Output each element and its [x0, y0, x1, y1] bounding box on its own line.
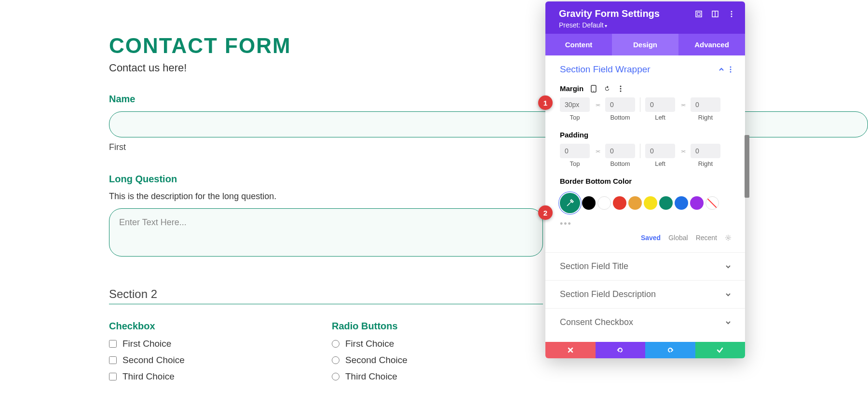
link-icon[interactable]: ⫘	[594, 102, 601, 108]
radio-input[interactable]	[332, 340, 339, 348]
choice-text: First Choice	[345, 339, 394, 349]
cancel-button[interactable]	[545, 342, 596, 358]
panel-header: Gravity Form Settings Preset: Default	[545, 1, 745, 34]
padding-right-input[interactable]	[691, 144, 720, 158]
spacing-right-label: Right	[691, 114, 720, 121]
radio-input[interactable]	[332, 356, 339, 364]
eyedropper-icon	[566, 199, 574, 207]
section-field-description[interactable]: Section Field Description	[545, 280, 745, 308]
svg-point-12	[620, 85, 622, 87]
tab-content[interactable]: Content	[545, 34, 612, 55]
color-swatch[interactable]	[582, 196, 596, 210]
columns-icon[interactable]	[711, 10, 719, 18]
checkbox-item[interactable]: Third Choice	[109, 371, 320, 382]
more-icon[interactable]	[730, 66, 732, 73]
expand-icon[interactable]	[695, 10, 703, 18]
more-icon[interactable]	[617, 85, 624, 92]
save-button[interactable]	[695, 342, 746, 358]
reset-icon[interactable]	[604, 85, 610, 92]
radio-label: Radio Buttons	[332, 321, 543, 332]
choice-text: Second Choice	[122, 355, 185, 366]
svg-point-9	[730, 71, 732, 73]
checkbox-item[interactable]: First Choice	[109, 339, 320, 349]
section-open-title[interactable]: Section Field Wrapper	[560, 64, 651, 75]
chevron-down-icon	[725, 319, 732, 326]
spacing-top-label: Top	[560, 160, 590, 167]
color-tab-saved[interactable]: Saved	[641, 234, 661, 242]
check-icon	[716, 346, 724, 354]
color-swatch[interactable]	[628, 196, 642, 210]
preset-dropdown[interactable]: Preset: Default	[559, 21, 735, 29]
margin-bottom-input[interactable]	[605, 97, 635, 112]
panel-footer	[545, 342, 745, 358]
panel-tabs: Content Design Advanced	[545, 34, 745, 55]
spacing-top-label: Top	[560, 114, 590, 121]
color-swatch[interactable]	[675, 196, 688, 210]
spacing-bottom-label: Bottom	[605, 114, 635, 121]
checkbox-item[interactable]: Second Choice	[109, 355, 320, 366]
undo-button[interactable]	[596, 342, 646, 358]
more-icon[interactable]	[728, 10, 735, 18]
margin-inputs: ⫘ ⫘	[560, 97, 732, 112]
drag-handle[interactable]	[745, 135, 749, 198]
margin-left-input[interactable]	[645, 97, 675, 112]
gear-icon[interactable]	[725, 234, 732, 241]
svg-point-15	[727, 237, 729, 239]
collapsed-title: Section Field Title	[560, 261, 628, 271]
choice-text: Second Choice	[345, 355, 407, 366]
color-swatch[interactable]	[659, 196, 673, 210]
spacing-left-label: Left	[645, 160, 675, 167]
margin-top-input[interactable]	[560, 97, 590, 112]
close-icon	[567, 347, 574, 353]
chevron-down-icon	[725, 291, 732, 298]
collapsed-title: Consent Checkbox	[560, 317, 633, 327]
svg-point-6	[731, 15, 732, 17]
margin-right-input[interactable]	[691, 97, 720, 112]
redo-button[interactable]	[645, 342, 695, 358]
radio-input[interactable]	[332, 373, 339, 380]
long-question-description: This is the description for the long que…	[109, 191, 868, 202]
spacing-left-label: Left	[645, 114, 675, 121]
choice-text: Third Choice	[345, 371, 397, 382]
color-swatch[interactable]	[644, 196, 657, 210]
form-subtitle: Contact us here!	[109, 62, 868, 74]
color-tab-global[interactable]: Global	[668, 234, 688, 242]
checkbox-input[interactable]	[109, 340, 117, 348]
link-icon[interactable]: ⫘	[679, 148, 687, 154]
chevron-up-icon[interactable]	[718, 66, 725, 73]
color-swatch-active[interactable]	[560, 193, 580, 213]
color-swatch[interactable]	[690, 196, 704, 210]
color-tab-recent[interactable]: Recent	[696, 234, 717, 242]
tab-design[interactable]: Design	[612, 34, 678, 55]
settings-panel: Gravity Form Settings Preset: Default Co…	[545, 1, 745, 358]
device-icon[interactable]	[590, 85, 597, 92]
tab-advanced[interactable]: Advanced	[678, 34, 745, 55]
padding-label: Padding	[560, 131, 732, 139]
link-icon[interactable]: ⫘	[679, 102, 687, 108]
radio-item[interactable]: Second Choice	[332, 355, 543, 366]
radio-item[interactable]: Third Choice	[332, 371, 543, 382]
radio-item[interactable]: First Choice	[332, 339, 543, 349]
section-field-title[interactable]: Section Field Title	[545, 252, 745, 280]
panel-body: Section Field Wrapper Margin ⫘ ⫘	[545, 55, 745, 342]
color-swatch[interactable]	[613, 196, 626, 210]
padding-top-input[interactable]	[560, 144, 590, 158]
checkbox-input[interactable]	[109, 356, 117, 364]
long-question-field: Long Question This is the description fo…	[109, 174, 868, 258]
choice-text: First Choice	[122, 339, 171, 349]
padding-bottom-input[interactable]	[605, 144, 635, 158]
consent-checkbox[interactable]: Consent Checkbox	[545, 308, 745, 336]
long-question-label: Long Question	[109, 174, 868, 185]
choice-text: Third Choice	[122, 371, 175, 382]
padding-left-input[interactable]	[645, 144, 675, 158]
color-swatch-none[interactable]	[705, 196, 719, 210]
link-icon[interactable]: ⫘	[594, 148, 601, 154]
padding-inputs: ⫘ ⫘	[560, 144, 732, 158]
color-swatch[interactable]	[597, 196, 611, 210]
color-more-icon[interactable]: •••	[560, 219, 732, 229]
long-question-textarea[interactable]	[109, 208, 543, 257]
section-field-wrapper: Section Field Wrapper Margin ⫘ ⫘	[545, 55, 745, 252]
border-bottom-color-label: Border Bottom Color	[560, 177, 732, 185]
svg-rect-1	[697, 13, 700, 15]
checkbox-input[interactable]	[109, 373, 117, 380]
